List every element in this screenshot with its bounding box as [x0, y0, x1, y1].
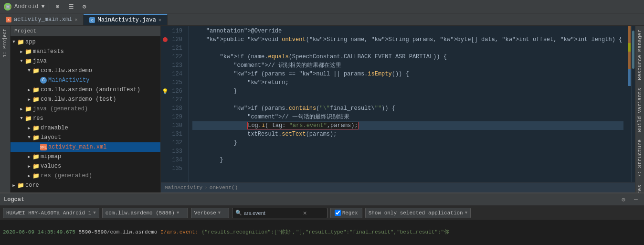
gutter-cell-120	[161, 35, 169, 44]
tree-arrow-3[interactable]: ▼	[26, 67, 32, 74]
tree-label-9: drawable	[39, 125, 68, 131]
tab-xml[interactable]: X activity_main.xml ✕	[0, 14, 84, 25]
sidebar-tree-item-4[interactable]: CMainActivity	[11, 75, 160, 85]
tree-icon-2: 📁	[25, 58, 32, 64]
logcat-close-icon[interactable]: —	[632, 195, 640, 204]
tree-label-10: layout	[39, 134, 61, 141]
vscroll-thumb[interactable]	[632, 31, 634, 69]
package-label: com.llw.asrdemo (5886)	[106, 210, 175, 216]
sidebar-tree-item-9[interactable]: ▶📁drawable	[11, 123, 160, 133]
tree-arrow-9[interactable]: ▶	[26, 125, 32, 131]
sidebar-content[interactable]: ▼📁app▶📁manifests▼📁java▼📁com.llw.asrdemoC…	[11, 36, 160, 192]
side-marker-124	[628, 69, 631, 77]
show-selected-dropdown[interactable]: Show only selected application ▼	[365, 208, 471, 218]
tabs-bar: X activity_main.xml ✕ C MainActivity.jav…	[0, 13, 644, 26]
tree-arrow-14[interactable]: ▶	[26, 172, 32, 179]
vtab-build-variants[interactable]: Build Variants	[635, 84, 644, 136]
tree-arrow-1[interactable]: ▶	[18, 48, 25, 55]
regex-checkbox[interactable]	[335, 210, 341, 216]
logcat-settings-icon[interactable]: ⚙	[619, 195, 628, 204]
vtab-favorites[interactable]: 2: Favorites	[635, 181, 644, 192]
show-selected-arrow: ▼	[465, 211, 467, 215]
sidebar-tree-item-15[interactable]: ▶📁core	[11, 181, 160, 190]
log-line: 2020-06-09 14:35:49.675 5590-5590/com.ll…	[3, 228, 449, 237]
search-input[interactable]	[244, 210, 301, 216]
tree-label-2: java	[32, 58, 47, 64]
sidebar-tree-item-5[interactable]: ▶📁com.llw.asrdemo (androidTest)	[11, 85, 160, 95]
tree-label-3: com.llw.asrdemo	[39, 67, 92, 74]
vtab-structure[interactable]: 7: Structure	[635, 136, 644, 181]
tab-xml-close[interactable]: ✕	[74, 17, 77, 22]
gutter-cell-126: 💡	[161, 87, 169, 96]
globe-icon[interactable]: ⊕	[53, 2, 63, 11]
code-area: 💡 11912012112212312412512612712812913013…	[161, 26, 635, 192]
package-arrow: ▼	[177, 211, 179, 215]
android-dropdown-arrow: ▼	[41, 3, 44, 10]
code-line-128: "kw">if (params.contains("\"final_result…	[192, 104, 623, 113]
level-select[interactable]: Verbose ▼	[191, 208, 229, 218]
sidebar-tree-item-8[interactable]: ▼📁res	[11, 114, 160, 123]
search-box[interactable]: 🔍 ✕	[232, 208, 327, 218]
code-line-120: "kw">public "kw">void onEvent("kw">Strin…	[192, 35, 623, 44]
lines-icon[interactable]: ☰	[66, 2, 76, 11]
sidebar-tree-item-11[interactable]: XMLactivity_main.xml	[11, 142, 160, 152]
code-line-127	[192, 96, 623, 104]
device-select[interactable]: HUAWEI HRY-AL00Ta Android 1 ▼	[3, 208, 99, 218]
side-marker-134	[628, 155, 631, 163]
android-menu[interactable]: 🤖 Android ▼	[4, 3, 45, 11]
sidebar-tree-item-12[interactable]: ▶📁mipmap	[11, 152, 160, 161]
tree-arrow-0[interactable]: ▼	[11, 39, 17, 45]
code-line-134: }	[192, 156, 623, 164]
tree-arrow-13[interactable]: ▶	[26, 163, 32, 170]
log-timestamp: 2020-06-09 14:35:49.675	[3, 229, 78, 235]
line-num-122: 122	[169, 53, 185, 61]
side-marker-131	[628, 129, 631, 138]
log-tag: I/ars.event:	[160, 229, 201, 235]
tree-arrow-2[interactable]: ▼	[18, 58, 25, 64]
vtab-project[interactable]: 1: Project	[1, 26, 9, 60]
show-selected-label: Show only selected application	[369, 210, 463, 216]
sidebar-tree-item-6[interactable]: ▶📁com.llw.asrdemo (test)	[11, 95, 160, 104]
code-line-130: Log.i( tag: "ars.event",params);	[192, 121, 623, 130]
gutter-cell-135	[161, 164, 169, 173]
sidebar: Project ▼📁app▶📁manifests▼📁java▼📁com.llw.…	[11, 26, 161, 192]
gutter-cell-131	[161, 130, 169, 138]
sidebar-tree-item-2[interactable]: ▼📁java	[11, 56, 160, 66]
tab-java-close[interactable]: ✕	[158, 17, 161, 23]
sidebar-tree-item-7[interactable]: ▶📁java (generated)	[11, 104, 160, 114]
gutter-cell-133	[161, 147, 169, 156]
tree-arrow-11[interactable]	[33, 144, 40, 150]
tree-arrow-5[interactable]: ▶	[26, 86, 32, 93]
sidebar-tree-item-0[interactable]: ▼📁app	[11, 37, 160, 47]
search-icon: 🔍	[235, 210, 242, 216]
side-marker-127	[628, 95, 631, 103]
breakpoint-120[interactable]	[163, 37, 168, 42]
sidebar-tree-item-13[interactable]: ▶📁values	[11, 161, 160, 171]
tree-arrow-15[interactable]: ▶	[11, 182, 17, 189]
tree-arrow-7[interactable]: ▶	[18, 106, 25, 112]
device-arrow: ▼	[93, 211, 95, 215]
sidebar-tree-item-1[interactable]: ▶📁manifests	[11, 47, 160, 56]
search-clear-icon[interactable]: ✕	[303, 209, 307, 217]
side-marker-126	[628, 86, 631, 95]
tree-arrow-10[interactable]: ▼	[26, 134, 32, 141]
sidebar-tree-item-14[interactable]: ▶📁res (generated)	[11, 171, 160, 181]
settings-icon[interactable]: ⚙	[80, 2, 89, 11]
side-marker-121	[628, 43, 631, 52]
vscroll[interactable]	[631, 26, 635, 182]
regex-button[interactable]: Regex	[330, 208, 362, 218]
tab-java-label: MainActivity.java	[97, 17, 156, 23]
tree-arrow-8[interactable]: ▼	[18, 115, 25, 122]
code-content[interactable]: "annotation">@Override "kw">public "kw">…	[189, 26, 627, 182]
vtab-resource-manager[interactable]: Resource Manager	[635, 26, 644, 84]
tab-java[interactable]: C MainActivity.java ✕	[84, 14, 167, 25]
tree-arrow-12[interactable]: ▶	[26, 153, 32, 160]
code-scroll[interactable]: 💡 11912012112212312412512612712812913013…	[161, 26, 635, 182]
package-select[interactable]: com.llw.asrdemo (5886) ▼	[102, 208, 188, 218]
sidebar-tree-item-10[interactable]: ▼📁layout	[11, 133, 160, 142]
tree-arrow-6[interactable]: ▶	[26, 96, 32, 103]
log-json: {"results_recognition":["你好，"],"result_t…	[201, 229, 449, 235]
tree-arrow-4[interactable]	[33, 77, 40, 84]
tree-label-6: com.llw.asrdemo (test)	[39, 96, 116, 103]
sidebar-tree-item-3[interactable]: ▼📁com.llw.asrdemo	[11, 66, 160, 75]
